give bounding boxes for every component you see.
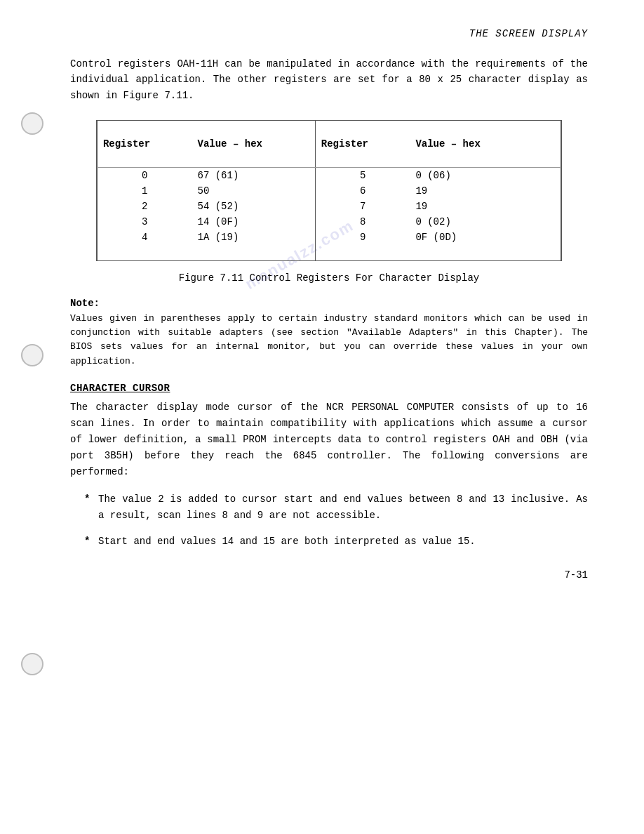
note-section: Note: Values given in parentheses apply … <box>70 298 588 369</box>
col-header-reg1: Register <box>97 136 192 152</box>
note-text: Values given in parentheses apply to cer… <box>70 312 588 369</box>
table-row: 4 1A (19) 9 0F (0D) <box>97 230 561 245</box>
register-table: Register Value – hex Register Value – he… <box>97 121 561 260</box>
table-separator-row <box>97 152 561 168</box>
circle-marker-2 <box>21 344 43 366</box>
intro-text: Control registers OAH-11H can be manipul… <box>70 56 588 103</box>
col-header-reg2: Register <box>315 136 410 152</box>
register-table-container: Register Value – hex Register Value – he… <box>96 120 562 261</box>
table-border-bottom-row <box>97 245 561 260</box>
circle-marker-1 <box>21 112 43 135</box>
table-row: 2 54 (52) 7 19 <box>97 199 561 214</box>
note-label: Note: <box>70 298 588 309</box>
table-row: 1 50 6 19 <box>97 183 561 199</box>
bullet-list: The value 2 is added to cursor start and… <box>70 491 588 550</box>
figure-caption: Figure 7.11 Control Registers For Charac… <box>70 272 588 284</box>
section-body: The character display mode cursor of the… <box>70 399 588 480</box>
page: THE SCREEN DISPLAY manualzz.com Control … <box>0 0 644 602</box>
list-item-1: The value 2 is added to cursor start and… <box>84 491 588 524</box>
header-title: THE SCREEN DISPLAY <box>469 28 588 39</box>
table-wrapper: Register Value – hex Register Value – he… <box>96 120 562 261</box>
list-item-2: Start and end values 14 and 15 are both … <box>84 534 588 550</box>
page-header: THE SCREEN DISPLAY <box>70 28 588 39</box>
page-number: 7-31 <box>564 569 588 581</box>
table-row: 3 14 (0F) 8 0 (02) <box>97 214 561 230</box>
table-row: 0 67 (61) 5 0 (06) <box>97 168 561 184</box>
table-border-top-row <box>97 121 561 136</box>
col-header-val2: Value – hex <box>410 136 532 152</box>
col-header-val1: Value – hex <box>192 136 316 152</box>
circle-marker-3 <box>21 653 43 675</box>
table-header-row: Register Value – hex Register Value – he… <box>97 136 561 152</box>
section-heading: CHARACTER CURSOR <box>70 383 588 394</box>
